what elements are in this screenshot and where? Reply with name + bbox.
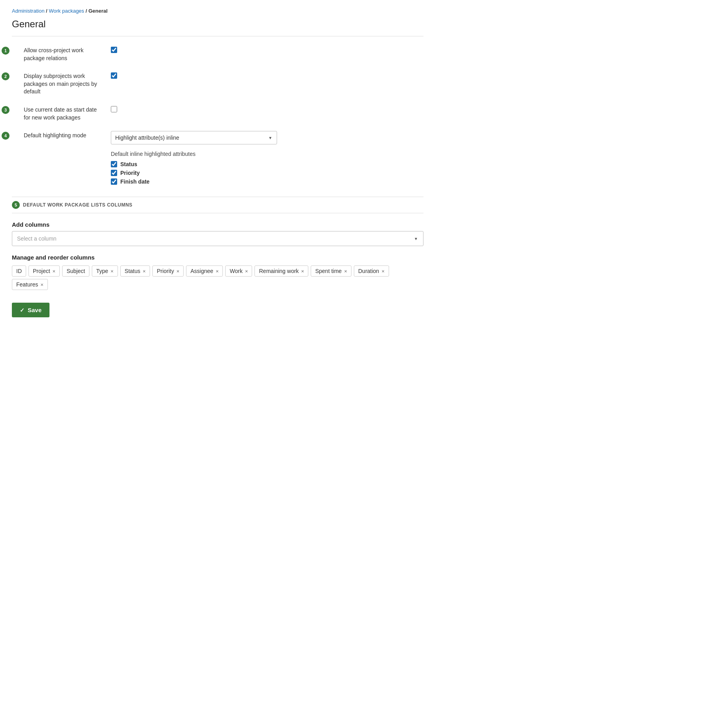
column-remove-btn[interactable]: × [177,269,180,274]
column-tag-label: Priority [157,268,174,274]
breadcrumb-current: General [88,8,107,14]
checkbox-cross-project[interactable] [111,47,117,53]
attr-priority-label: Priority [120,170,140,176]
highlighting-select-wrap: Highlight attribute(s) inline Highlight … [111,131,277,144]
column-tag[interactable]: Priority× [152,265,184,277]
attr-finishdate-row: Finish date [111,178,423,185]
column-remove-btn[interactable]: × [110,269,114,274]
attr-status-row: Status [111,161,423,167]
column-tag-label: Status [125,268,141,274]
column-tag[interactable]: Spent time× [311,265,351,277]
setting-row-4: 4 Default highlighting mode Highlight at… [12,131,423,187]
column-tag-label: Duration [358,268,379,274]
column-remove-btn[interactable]: × [344,269,347,274]
breadcrumb: Administration / Work packages / General [12,8,423,14]
column-remove-btn[interactable]: × [216,269,219,274]
setting-label-4: Default highlighting mode [24,131,111,140]
badge-5: 5 [12,201,20,209]
badge-4: 4 [2,132,9,140]
column-tag-label: Assignee [190,268,213,274]
checkbox-attr-status[interactable] [111,161,117,167]
column-tag-label: Work [230,268,242,274]
breadcrumb-admin[interactable]: Administration [12,8,44,14]
column-tag[interactable]: Project× [28,265,60,277]
setting-control-4: Highlight attribute(s) inline Highlight … [111,131,423,187]
checkbox-attr-priority[interactable] [111,170,117,176]
page-title: General [12,19,423,30]
column-tag[interactable]: Features× [12,279,48,290]
column-remove-btn[interactable]: × [245,269,248,274]
inline-attrs-title: Default inline highlighted attributes [111,151,423,157]
setting-label-1: Allow cross-project work package relatio… [24,46,111,62]
column-remove-btn[interactable]: × [382,269,385,274]
column-remove-btn[interactable]: × [301,269,304,274]
column-tag-label: Features [16,281,38,288]
breadcrumb-workpkg[interactable]: Work packages [49,8,84,14]
column-tag[interactable]: Status× [120,265,150,277]
checkbox-attr-finishdate[interactable] [111,178,117,185]
column-remove-btn[interactable]: × [143,269,146,274]
setting-row-1: 1 Allow cross-project work package relat… [12,46,423,62]
column-tag[interactable]: ID [12,265,26,277]
setting-control-1 [111,46,423,54]
column-tag[interactable]: Type× [92,265,118,277]
column-tag[interactable]: Duration× [354,265,389,277]
badge-3: 3 [2,106,9,114]
column-tag[interactable]: Assignee× [186,265,223,277]
columns-section-header: 5 DEFAULT WORK PACKAGE LISTS COLUMNS [12,197,423,213]
badge-1: 1 [2,47,9,55]
column-tag-label: Subject [66,268,85,274]
add-columns-label: Add columns [12,221,423,228]
column-select[interactable]: Select a column [12,231,423,246]
column-remove-btn[interactable]: × [40,282,44,287]
checkbox-subprojects[interactable] [111,72,117,79]
setting-control-2 [111,72,423,80]
setting-row-3: 3 Use current date as start date for new… [12,105,423,121]
columns-section-title: DEFAULT WORK PACKAGE LISTS COLUMNS [23,202,133,208]
check-icon: ✓ [20,307,25,313]
save-label: Save [28,307,42,313]
setting-label-3: Use current date as start date for new w… [24,105,111,121]
setting-control-3 [111,105,423,114]
column-tag-label: Type [96,268,108,274]
badge-2: 2 [2,72,9,80]
save-button[interactable]: ✓ Save [12,303,49,317]
attr-finishdate-label: Finish date [120,178,150,185]
manage-columns-label: Manage and reorder columns [12,254,423,261]
columns-container: IDProject×SubjectType×Status×Priority×As… [12,265,423,290]
column-remove-btn[interactable]: × [53,269,56,274]
column-select-wrap: Select a column [12,231,423,246]
attr-priority-row: Priority [111,170,423,176]
setting-row-2: 2 Display subprojects work packages on m… [12,72,423,96]
column-tag-label: Remaining work [259,268,298,274]
column-tag-label: Project [33,268,50,274]
column-tag[interactable]: Remaining work× [254,265,308,277]
title-divider [12,36,423,36]
checkbox-current-date[interactable] [111,106,117,112]
attr-status-label: Status [120,161,137,167]
inline-attrs-section: Default inline highlighted attributes St… [111,151,423,185]
column-tag-label: Spent time [315,268,342,274]
setting-label-2: Display subprojects work packages on mai… [24,72,111,96]
column-tag[interactable]: Work× [225,265,252,277]
column-tag-label: ID [16,268,22,274]
column-tag[interactable]: Subject [62,265,89,277]
highlighting-select[interactable]: Highlight attribute(s) inline Highlight … [111,131,277,144]
